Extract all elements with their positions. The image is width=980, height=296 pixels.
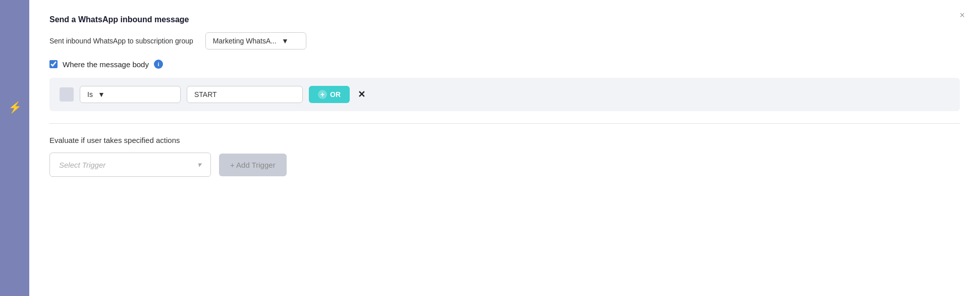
subscription-row: Sent inbound WhatsApp to subscription gr… [49,32,960,50]
page-wrapper: ⚡ × Send a WhatsApp inbound message Sent… [0,0,980,296]
evaluate-section: Evaluate if user takes specified actions… [49,136,960,177]
add-trigger-button[interactable]: + Add Trigger [219,154,287,176]
evaluate-section-title: Evaluate if user takes specified actions [49,136,960,144]
filter-row: Is ▼ + OR ✕ [49,78,960,111]
info-icon[interactable]: i [154,60,163,69]
drag-handle[interactable] [60,87,74,102]
remove-filter-button[interactable]: ✕ [356,87,367,102]
main-content: × Send a WhatsApp inbound message Sent i… [29,0,980,296]
subscription-dropdown-value: Marketing WhatsA... [213,37,277,45]
operator-dropdown[interactable]: Is ▼ [80,86,181,103]
or-button[interactable]: + OR [309,86,350,103]
operator-arrow: ▼ [98,90,105,98]
plus-circle-icon: + [318,90,327,99]
checkbox-row: Where the message body i [49,60,960,69]
or-button-label: OR [330,90,341,98]
trigger-placeholder: Select Trigger [59,161,105,169]
trigger-dropdown-arrow: ▾ [197,160,201,169]
subscription-label: Sent inbound WhatsApp to subscription gr… [49,37,193,45]
operator-value: Is [87,90,93,98]
message-body-checkbox[interactable] [49,60,58,68]
sidebar: ⚡ [0,0,29,296]
trigger-dropdown[interactable]: Select Trigger ▾ [49,153,211,177]
filter-value-input[interactable] [187,86,303,103]
add-trigger-label: + Add Trigger [230,161,276,169]
close-button[interactable]: × [959,10,965,21]
page-title: Send a WhatsApp inbound message [49,15,960,24]
subscription-dropdown[interactable]: Marketing WhatsA... ▼ [205,32,306,50]
lightning-icon: ⚡ [8,101,22,114]
subscription-dropdown-arrow: ▼ [282,37,289,45]
trigger-row: Select Trigger ▾ + Add Trigger [49,153,960,177]
divider [49,123,960,124]
checkbox-label: Where the message body [63,60,149,69]
